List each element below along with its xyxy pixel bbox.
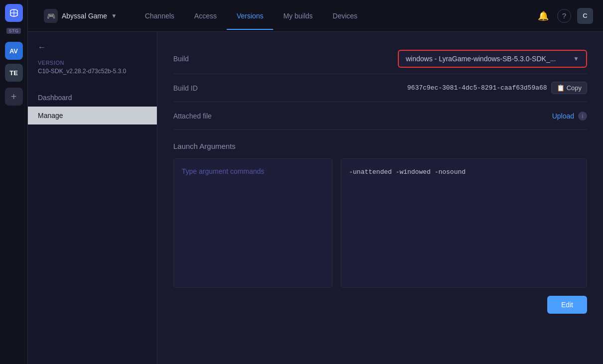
launch-args-content: Type argument commands -unattended -wind… <box>173 158 587 288</box>
build-id-row: Build ID 9637c9ec-3081-4dc5-8291-caaf63d… <box>173 74 587 102</box>
version-section: Version C10-SDK_v2.28.2-d73c52b-5.3.0 <box>28 60 157 85</box>
topnav-right: 🔔 ? C <box>535 8 593 24</box>
version-value: C10-SDK_v2.28.2-d73c52b-5.3.0 <box>38 68 147 75</box>
nav-channels[interactable]: Channels <box>135 2 184 30</box>
build-id-label: Build ID <box>173 84 273 92</box>
upload-button[interactable]: Upload <box>552 112 574 120</box>
nav-my-builds[interactable]: My builds <box>273 2 323 30</box>
project-selector[interactable]: 🎮 Abyssal Game ▼ <box>38 6 123 26</box>
args-placeholder-text: Type argument commands <box>182 167 264 175</box>
version-label: Version <box>38 60 147 66</box>
add-project-button[interactable]: + <box>5 88 23 106</box>
sidebar-item-manage[interactable]: Manage <box>28 107 157 124</box>
topnav: 🎮 Abyssal Game ▼ Channels Access Version… <box>28 0 603 32</box>
launch-args-title: Launch Arguments <box>173 142 587 150</box>
copy-button[interactable]: 📋 Copy <box>551 82 587 94</box>
main-wrapper: 🎮 Abyssal Game ▼ Channels Access Version… <box>28 0 603 364</box>
topnav-nav: Channels Access Versions My builds Devic… <box>135 2 535 30</box>
info-icon[interactable]: i <box>578 112 587 121</box>
nav-devices[interactable]: Devices <box>323 2 367 30</box>
build-value: windows - LyraGame-windows-SB-5.3.0-SDK_… <box>273 50 587 68</box>
edit-btn-row: Edit <box>173 296 587 314</box>
args-display: -unattended -windowed -nosound <box>341 158 587 288</box>
build-dropdown[interactable]: windows - LyraGame-windows-SB-5.3.0-SDK_… <box>398 50 587 68</box>
back-button[interactable]: ← <box>28 40 157 60</box>
stg-badge: STG <box>6 28 20 34</box>
project-name: Abyssal Game <box>62 12 107 20</box>
build-dropdown-text: windows - LyraGame-windows-SB-5.3.0-SDK_… <box>406 55 556 63</box>
nav-access[interactable]: Access <box>184 2 227 30</box>
app-logo <box>5 4 23 22</box>
sidebar-menu: Dashboard Manage <box>28 89 157 124</box>
back-arrow-icon: ← <box>38 43 46 52</box>
build-id-value: 9637c9ec-3081-4dc5-8291-caaf63d59a68 <box>407 84 547 92</box>
launch-args-section: Launch Arguments Type argument commands … <box>173 142 587 314</box>
avatar-av[interactable]: AV <box>5 42 23 60</box>
copy-label: Copy <box>567 84 582 92</box>
copy-icon: 📋 <box>557 84 565 92</box>
avatar-te[interactable]: TE <box>5 64 23 82</box>
build-dropdown-arrow-icon: ▼ <box>573 55 579 62</box>
args-display-text: -unattended -windowed -nosound <box>349 168 466 176</box>
secondary-sidebar: ← Version C10-SDK_v2.28.2-d73c52b-5.3.0 … <box>28 32 157 364</box>
edit-button[interactable]: Edit <box>547 296 587 314</box>
nav-versions[interactable]: Versions <box>227 2 273 30</box>
main-panel: Build windows - LyraGame-windows-SB-5.3.… <box>157 32 603 364</box>
sidebar-item-dashboard[interactable]: Dashboard <box>28 89 157 107</box>
content-area: ← Version C10-SDK_v2.28.2-d73c52b-5.3.0 … <box>28 32 603 364</box>
build-id-value-area: 9637c9ec-3081-4dc5-8291-caaf63d59a68 📋 C… <box>273 82 587 94</box>
attached-file-row: Attached file Upload i <box>173 102 587 130</box>
user-avatar[interactable]: C <box>577 8 593 24</box>
attached-file-label: Attached file <box>173 112 273 120</box>
args-input[interactable]: Type argument commands <box>173 158 333 288</box>
icon-sidebar: STG AV TE + <box>0 0 28 364</box>
build-label: Build <box>173 55 273 63</box>
project-dropdown-arrow: ▼ <box>111 12 117 19</box>
notification-bell-button[interactable]: 🔔 <box>535 8 551 24</box>
build-row: Build windows - LyraGame-windows-SB-5.3.… <box>173 44 587 74</box>
help-button[interactable]: ? <box>557 9 571 23</box>
attached-file-value: Upload i <box>273 112 587 121</box>
project-icon: 🎮 <box>44 9 58 23</box>
